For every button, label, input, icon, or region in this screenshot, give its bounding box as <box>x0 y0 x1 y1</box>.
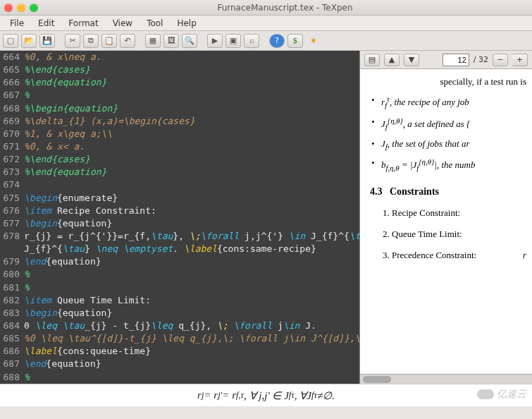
cloud-icon <box>477 389 494 399</box>
preview-hscroll[interactable] <box>360 374 532 384</box>
page-total: / 32 <box>474 55 488 64</box>
star-icon[interactable]: ★ <box>306 34 321 48</box>
code-line[interactable]: %1, & x\geq a;\\ <box>24 128 359 140</box>
code-line[interactable]: \end{equation} <box>24 255 359 268</box>
undo-icon[interactable]: ↶ <box>120 34 135 48</box>
new-icon[interactable]: ▢ <box>3 34 18 48</box>
toolbar: ▢📂💾✂⧉📋↶▦🖼🔍▶▣⌕?$★ <box>0 31 532 51</box>
code-line[interactable] <box>24 178 359 191</box>
image-icon[interactable]: 🖼 <box>163 34 179 48</box>
menu-format[interactable]: Format <box>61 17 105 30</box>
preview-bullet: Jf, the set of jobs that ar <box>381 138 526 151</box>
code-line[interactable]: %\end{equation} <box>24 166 359 178</box>
constraint-item: 1. Recipe Constraint: <box>383 207 526 219</box>
search-icon[interactable]: 🔍 <box>182 34 197 48</box>
code-area[interactable]: %0, & x\neq a.%\end{cases}%\end{equation… <box>24 51 359 384</box>
code-line[interactable]: %\end{equation} <box>24 76 359 89</box>
minimize-icon[interactable] <box>17 4 25 12</box>
watermark: 亿速云 <box>477 388 526 401</box>
page-down-icon[interactable]: ▼ <box>404 54 419 66</box>
code-line[interactable]: %0, & x\neq a. <box>24 51 359 63</box>
code-line[interactable]: J_{f}^{\tau} \neq \emptyset. \label{cons… <box>24 243 359 255</box>
code-line[interactable]: %\begin{equation} <box>24 102 359 115</box>
scroll-thumb[interactable] <box>363 376 391 383</box>
preview-toolbar: ▤ ▲ ▼ / 32 − + <box>360 51 532 69</box>
menu-file[interactable]: File <box>3 17 31 30</box>
paste-icon[interactable]: 📋 <box>101 34 117 48</box>
code-line[interactable]: %\delta_{1} (x,a)=\begin{cases} <box>24 115 359 128</box>
code-line[interactable]: % <box>24 281 359 294</box>
code-line[interactable]: \begin{equation} <box>24 307 359 320</box>
code-line[interactable]: % <box>24 268 359 281</box>
code-line[interactable]: \item Recipe Constraint: <box>24 205 359 217</box>
code-line[interactable]: %\end{cases} <box>24 153 359 166</box>
close-icon[interactable] <box>4 4 13 12</box>
code-line[interactable]: r_{j} = r_{j^{'}}=r_{f,\tau}, \;\forall … <box>24 230 359 243</box>
menu-view[interactable]: View <box>106 17 140 30</box>
code-line[interactable]: %0, & x< a. <box>24 140 359 153</box>
sidebar-toggle-icon[interactable]: ▤ <box>364 54 380 66</box>
code-line[interactable]: \begin{enumerate} <box>24 192 359 205</box>
page-number-input[interactable] <box>443 54 469 66</box>
preview-bullet: rfτ, the recipe of any job <box>381 95 526 109</box>
page-up-icon[interactable]: ▲ <box>384 54 400 66</box>
find-icon[interactable]: ⌕ <box>244 34 259 48</box>
menubar: FileEditFormatViewToolHelp <box>0 16 532 31</box>
window-title: FurnaceManuscript.tex - TeXpen <box>42 3 528 13</box>
cut-icon[interactable]: ✂ <box>65 34 80 48</box>
constraint-item: 2. Queue Time Limit: <box>383 229 526 240</box>
grid-icon[interactable]: ▦ <box>145 34 161 48</box>
save-icon[interactable]: 💾 <box>39 34 55 48</box>
preview-bullet: Jf{η,θ}, a set defined as { <box>381 116 526 131</box>
zoom-in-icon[interactable]: + <box>512 54 528 66</box>
code-line[interactable]: \end{equation} <box>24 358 359 370</box>
code-line[interactable]: %0 \leq \tau^{[d]}-t_{j} \leq q_{j},\; \… <box>24 332 359 345</box>
menu-help[interactable]: Help <box>170 17 203 30</box>
main-area: 6646656666676686696706716726736746756766… <box>0 51 532 384</box>
line-gutter: 6646656666676686696706716726736746756766… <box>0 51 23 384</box>
code-line[interactable]: % <box>24 89 359 102</box>
play-icon[interactable]: ▶ <box>207 34 223 48</box>
stop-icon[interactable]: ▣ <box>225 34 241 48</box>
code-line[interactable]: % <box>24 371 359 384</box>
open-icon[interactable]: 📂 <box>21 34 37 48</box>
copy-icon[interactable]: ⧉ <box>83 34 99 48</box>
section-heading: 4.3 Constraints <box>370 186 526 198</box>
titlebar: FurnaceManuscript.tex - TeXpen <box>0 0 532 16</box>
preview-content: specially, if a test run is rfτ, the rec… <box>360 69 532 374</box>
code-line[interactable]: %\end{cases} <box>24 63 359 76</box>
code-line[interactable]: 0 \leq \tau_{j} - t_{j}\leq q_{j}, \; \f… <box>24 320 359 332</box>
code-line[interactable]: \item Queue Time Limit: <box>24 294 359 307</box>
preview-bullet: bf,η,θ = |Jf{η,θ}|, the numb <box>381 157 526 172</box>
maximize-icon[interactable] <box>30 4 38 12</box>
preview-pane: ▤ ▲ ▼ / 32 − + specially, if a test run … <box>359 51 532 384</box>
zoom-out-icon[interactable]: − <box>493 54 508 66</box>
help-icon[interactable]: ? <box>269 34 285 48</box>
editor-pane[interactable]: 6646656666676686696706716726736746756766… <box>0 51 359 384</box>
code-line[interactable]: \begin{equation} <box>24 217 359 230</box>
preview-line: specially, if a test run is <box>370 76 526 87</box>
dollar-icon[interactable]: $ <box>287 34 303 48</box>
formula-bar: rj = rj' = rf,τ, ∀ j,j' ∈ Jfτ, ∀Jfτ≠∅. <box>0 384 532 406</box>
menu-tool[interactable]: Tool <box>140 17 170 30</box>
code-line[interactable]: \label{cons:queue-time} <box>24 345 359 358</box>
menu-edit[interactable]: Edit <box>31 17 61 30</box>
